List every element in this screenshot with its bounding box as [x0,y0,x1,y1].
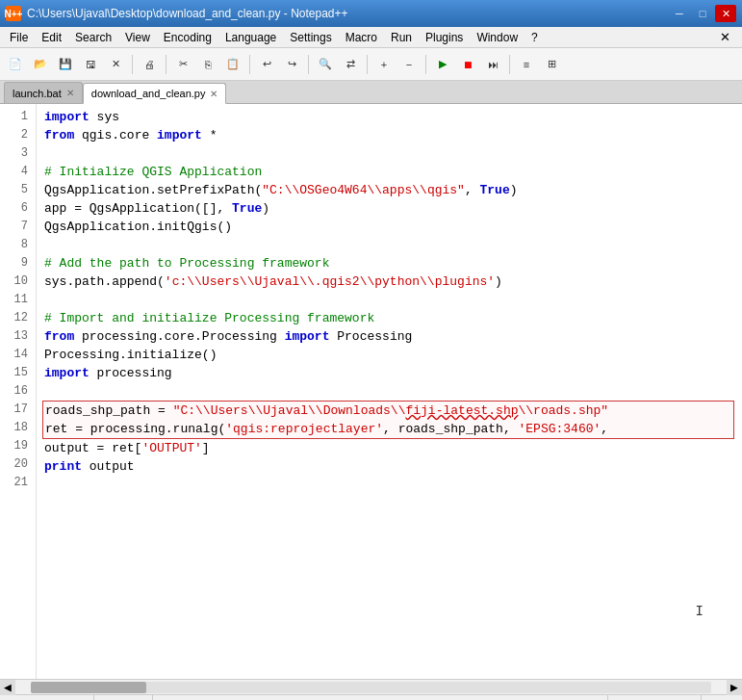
ln-17: 17 [4,401,28,419]
tb-new[interactable]: 📄 [4,53,27,76]
minimize-button[interactable]: ─ [669,5,690,22]
menu-bar: File Edit Search View Encoding Language … [0,27,742,48]
tb-run[interactable]: ▶ [431,53,454,76]
editor-content[interactable]: 1 2 3 4 5 6 7 8 9 10 11 12 13 14 15 16 1… [0,104,742,679]
tb-close[interactable]: ✕ [104,53,127,76]
tb-cut[interactable]: ✂ [171,53,194,76]
tb-zoom-in[interactable]: + [372,53,396,76]
code-line-20: print output [44,457,734,476]
ln-1: 1 [4,108,28,126]
ln-6: 6 [4,199,28,218]
tab-label-launch: launch.bat [13,88,62,99]
title-text: N++ C:\Users\Ujaval\Desktop\download_and… [6,6,348,21]
tb-open[interactable]: 📂 [29,53,52,76]
code-area[interactable]: import sys from qgis.core import * # Ini… [37,104,742,679]
tab-launch-bat[interactable]: launch.bat ✕ [4,82,83,103]
horizontal-scrollbar[interactable]: ◀ ▶ [0,679,742,694]
code-line-7: QgsApplication.initQgis() [44,218,734,236]
ln-21: 21 [4,474,28,492]
status-py-length: Py length : 644 [8,695,94,700]
ln-2: 2 [4,126,28,144]
tb-extra2[interactable]: ⊞ [540,53,563,76]
status-encoding: UTF-8 w/o BOM [608,695,701,700]
ln-11: 11 [4,291,28,309]
menu-run[interactable]: Run [385,29,418,46]
tb-zoom-out[interactable]: − [397,53,421,76]
toolbar: 📄 📂 💾 🖫 ✕ 🖨 ✂ ⎘ 📋 ↩ ↪ 🔍 ⇄ + − ▶ ⏹ ⏭ ≡ ⊞ [0,48,742,81]
code-line-2: from qgis.core import * [44,126,734,144]
code-line-16 [44,382,734,401]
ln-14: 14 [4,346,28,364]
text-cursor-indicator: I [696,603,704,621]
close-button[interactable]: ✕ [715,5,736,22]
code-line-6: app = QgsApplication([], True) [44,199,734,218]
menu-macro[interactable]: Macro [340,29,383,46]
menu-search[interactable]: Search [69,29,117,46]
code-line-17: roads_shp_path = "C:\\Users\\Ujaval\\Dow… [45,402,733,420]
tb-stop[interactable]: ⏹ [456,53,479,76]
scroll-track[interactable] [31,682,711,693]
status-mode: INS [702,695,734,700]
status-bar: Py length : 644 lines : 21 Ln : 18 Col :… [0,694,742,700]
menu-window[interactable]: Window [471,29,524,46]
tab-close-launch[interactable]: ✕ [66,88,74,98]
menu-language[interactable]: Language [219,29,282,46]
tb-redo[interactable]: ↪ [280,53,303,76]
scroll-thumb[interactable] [31,682,146,693]
ln-9: 9 [4,254,28,272]
ln-8: 8 [4,236,28,254]
ln-15: 15 [4,364,28,382]
ln-13: 13 [4,327,28,346]
tab-close-download[interactable]: ✕ [210,89,217,99]
menu-help[interactable]: ? [525,29,544,46]
tb-replace[interactable]: ⇄ [339,53,362,76]
menu-settings[interactable]: Settings [284,29,337,46]
ln-4: 4 [4,163,28,181]
tb-sep7 [509,55,510,74]
close-x[interactable]: ✕ [712,30,738,44]
code-line-10: sys.path.append('c:\\Users\\Ujaval\\.qgi… [44,272,734,291]
app-icon: N++ [6,6,21,21]
code-line-13: from processing.core.Processing import P… [44,327,734,346]
code-line-5: QgsApplication.setPrefixPath("C:\\OSGeo4… [44,181,734,199]
ln-18: 18 [4,419,28,437]
tab-download-clean[interactable]: download_and_clean.py ✕ [83,83,227,104]
tb-step[interactable]: ⏭ [481,53,504,76]
code-line-14: Processing.initialize() [44,346,734,364]
menu-view[interactable]: View [119,29,156,46]
window-title: C:\Users\Ujaval\Desktop\download_and_cle… [27,7,348,20]
code-line-15: import processing [44,364,734,382]
tb-sep5 [367,55,368,74]
tb-copy[interactable]: ⎘ [196,53,219,76]
tb-paste[interactable]: 📋 [221,53,244,76]
tb-save[interactable]: 💾 [54,53,77,76]
scroll-right-btn[interactable]: ▶ [727,680,742,695]
code-line-1: import sys [44,108,734,126]
highlight-block: roads_shp_path = "C:\\Users\\Ujaval\\Dow… [42,401,734,439]
code-line-8 [44,236,734,254]
code-line-9: # Add the path to Processing framework [44,254,734,272]
code-line-19: output = ret['OUTPUT'] [44,439,734,457]
ln-7: 7 [4,218,28,236]
maximize-button[interactable]: □ [692,5,713,22]
menu-plugins[interactable]: Plugins [420,29,469,46]
menu-edit[interactable]: Edit [36,29,67,46]
tab-bar: launch.bat ✕ download_and_clean.py ✕ [0,81,742,104]
editor-container: 1 2 3 4 5 6 7 8 9 10 11 12 13 14 15 16 1… [0,104,742,679]
tb-save-all[interactable]: 🖫 [79,53,102,76]
ln-16: 16 [4,382,28,401]
menu-encoding[interactable]: Encoding [158,29,217,46]
ln-12: 12 [4,309,28,327]
tb-undo[interactable]: ↩ [255,53,278,76]
ln-5: 5 [4,181,28,199]
tb-find[interactable]: 🔍 [314,53,337,76]
title-bar: N++ C:\Users\Ujaval\Desktop\download_and… [0,0,742,27]
tb-sep2 [166,55,166,74]
status-line-ending: Dos\Windows [527,695,608,700]
scroll-left-btn[interactable]: ◀ [0,680,15,695]
tb-sep1 [132,55,133,74]
menu-file[interactable]: File [4,29,34,46]
tb-print[interactable]: 🖨 [138,53,161,76]
code-line-18: ret = processing.runalg('qgis:reprojectl… [45,420,733,438]
tb-extra1[interactable]: ≡ [515,53,538,76]
